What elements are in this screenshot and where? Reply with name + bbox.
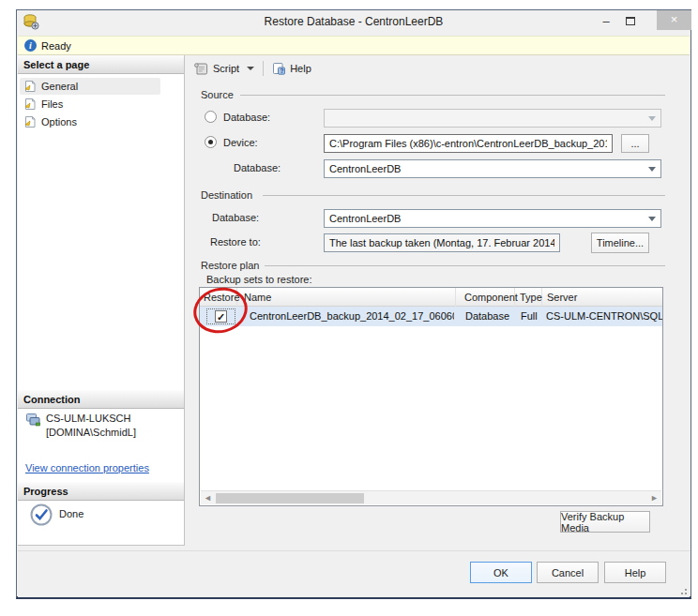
source-device-radio[interactable] xyxy=(205,136,217,148)
timeline-button[interactable]: Timeline... xyxy=(591,233,649,253)
script-button[interactable]: Script xyxy=(213,63,239,74)
ok-button[interactable]: OK xyxy=(470,562,532,583)
source-database-radio[interactable] xyxy=(205,111,217,123)
left-panel: Select a page General Files xyxy=(18,55,185,546)
scroll-left-icon[interactable]: ◄ xyxy=(201,491,215,504)
table-row[interactable]: ✓ CentronLeerDB_backup_2014_02_17_060607… xyxy=(200,307,662,326)
chevron-down-icon xyxy=(648,217,656,221)
sidebar-item-options[interactable]: Options xyxy=(20,113,160,130)
maximize-icon xyxy=(626,17,635,25)
cell-type: Full xyxy=(521,310,543,322)
restore-to-label: Restore to: xyxy=(210,236,261,248)
close-button[interactable]: × xyxy=(657,10,691,30)
horizontal-scrollbar[interactable]: ◄ ► xyxy=(201,490,661,504)
cancel-button[interactable]: Cancel xyxy=(537,562,599,583)
help-button[interactable]: Help xyxy=(604,562,666,583)
title-bar[interactable]: Restore Database - CentronLeerDB – × xyxy=(17,10,690,35)
column-header-component[interactable]: Component xyxy=(456,288,515,307)
cell-name: CentronLeerDB_backup_2014_02_17_060607_6… xyxy=(250,310,454,322)
sidebar-item-label: Files xyxy=(41,98,63,110)
window-title: Restore Database - CentronLeerDB xyxy=(17,15,690,28)
table-header-row: Restore Name Component Type Server xyxy=(200,288,662,307)
chevron-down-icon xyxy=(648,167,656,172)
script-icon xyxy=(193,62,208,76)
source-database-combo xyxy=(324,109,661,128)
backup-sets-label: Backup sets to restore: xyxy=(206,274,312,285)
sidebar-item-general[interactable]: General xyxy=(20,78,160,95)
progress-status: Done xyxy=(59,508,83,519)
destination-divider xyxy=(263,195,665,196)
cell-component: Database xyxy=(465,310,514,322)
svg-text:?: ? xyxy=(281,68,284,74)
status-bar: i Ready xyxy=(18,36,690,55)
restore-database-dialog: Restore Database - CentronLeerDB – × i R… xyxy=(16,9,691,599)
source-database-combo-label: Database: xyxy=(234,162,281,173)
source-database-name-combo[interactable]: CentronLeerDB xyxy=(324,159,661,178)
source-divider xyxy=(240,95,665,96)
minimize-button[interactable]: – xyxy=(597,15,615,30)
chevron-down-icon xyxy=(648,116,656,121)
destination-database-label: Database: xyxy=(212,212,259,223)
sidebar-item-label: General xyxy=(41,81,78,92)
done-check-icon xyxy=(29,503,53,527)
content-panel: Script ? Help Source Database: xyxy=(186,55,690,550)
progress-header: Progress xyxy=(18,482,184,501)
restore-plan-section-label: Restore plan xyxy=(201,260,259,271)
connection-header: Connection xyxy=(18,390,184,409)
scroll-right-icon[interactable]: ► xyxy=(647,491,661,504)
restore-to-field: The last backup taken (Montag, 17. Febru… xyxy=(324,233,560,252)
source-database-radio-label: Database: xyxy=(223,112,270,123)
page-icon xyxy=(23,115,37,128)
dialog-toolbar: Script ? Help xyxy=(186,55,690,82)
footer-bar: OK Cancel Help xyxy=(18,550,690,597)
select-a-page-header: Select a page xyxy=(18,55,184,74)
verify-backup-media-button[interactable]: Verify Backup Media xyxy=(560,511,650,533)
browse-device-button[interactable]: ... xyxy=(621,134,649,153)
script-dropdown-icon[interactable] xyxy=(247,67,254,70)
dialog-body: Select a page General Files xyxy=(18,55,690,550)
connection-server: CS-ULM-LUKSCH xyxy=(46,413,130,424)
connection-user: [DOMINA\SchmidL] xyxy=(46,427,136,438)
column-header-name[interactable]: Name xyxy=(237,288,456,307)
resize-grip[interactable] xyxy=(677,585,687,594)
toolbar-separator xyxy=(263,61,264,76)
cell-server: CS-ULM-CENTRON\SQL2008 xyxy=(546,310,662,322)
page-icon xyxy=(23,98,37,111)
destination-section-label: Destination xyxy=(201,189,252,201)
backup-sets-table: Restore Name Component Type Server ✓ Cen… xyxy=(199,287,663,506)
status-text: Ready xyxy=(41,40,71,52)
sidebar-item-label: Options xyxy=(41,116,77,128)
help-icon: ? xyxy=(272,62,285,75)
maximize-button[interactable] xyxy=(621,15,640,30)
restore-plan-divider xyxy=(265,265,665,266)
source-section-label: Source xyxy=(201,89,234,100)
source-device-radio-label: Device: xyxy=(223,137,258,148)
device-path-field[interactable]: C:\Program Files (x86)\c-entron\CentronL… xyxy=(324,134,613,153)
screenshot-canvas: Restore Database - CentronLeerDB – × i R… xyxy=(0,0,698,616)
scrollbar-thumb[interactable] xyxy=(216,493,364,503)
help-toolbar-button[interactable]: Help xyxy=(290,63,311,74)
server-connection-icon xyxy=(25,413,41,427)
destination-database-combo[interactable]: CentronLeerDB xyxy=(324,209,661,228)
info-icon: i xyxy=(24,39,37,52)
page-icon xyxy=(23,80,37,93)
column-header-server[interactable]: Server xyxy=(542,288,662,307)
column-header-type[interactable]: Type xyxy=(515,288,542,307)
view-connection-properties-link[interactable]: View connection properties xyxy=(25,462,149,473)
sidebar-item-files[interactable]: Files xyxy=(20,96,160,113)
